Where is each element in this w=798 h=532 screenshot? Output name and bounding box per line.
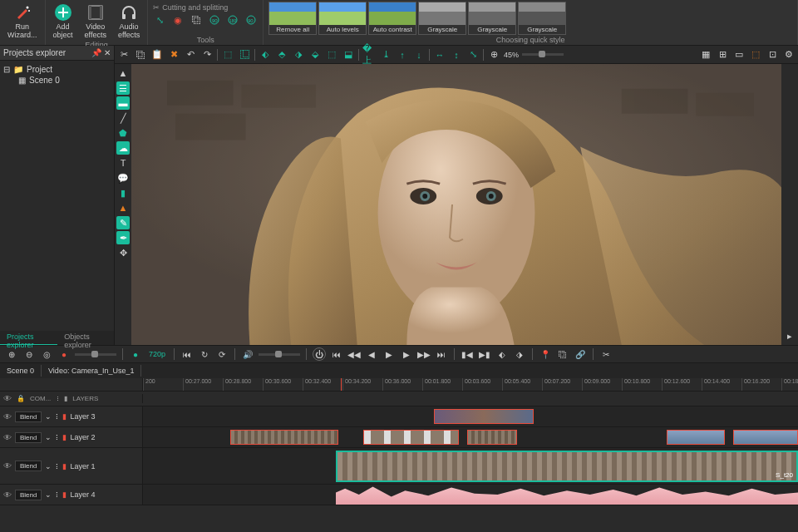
align-center-v-icon[interactable]: ⬚ [325, 48, 338, 62]
close-icon[interactable]: ✕ [104, 48, 111, 57]
track-body[interactable]: S_t20 [143, 448, 798, 484]
fit-icon[interactable]: ◎ [40, 347, 53, 361]
audio-effects-button[interactable]: Audio effects [116, 2, 142, 41]
tab-projects-explorer[interactable]: Projects explorer [0, 331, 57, 345]
arrow-down-icon[interactable]: ↓ [412, 48, 426, 62]
marker-right-icon[interactable]: ▶▮ [478, 347, 491, 361]
copy-icon[interactable]: ⿻ [134, 48, 147, 62]
step-back-icon[interactable]: ◀ [365, 347, 378, 361]
height-icon[interactable]: ↕ [450, 48, 463, 62]
style-grayscale-3[interactable]: Grayscale [518, 2, 566, 35]
screen-icon[interactable]: ▭ [732, 48, 746, 62]
brush-tool-icon[interactable]: ✎ [116, 216, 130, 229]
text-tool-icon[interactable]: T [116, 156, 130, 170]
rotate-270-icon[interactable]: 90 [244, 13, 258, 27]
crop-icon[interactable]: ⿻ [190, 13, 203, 27]
scissors-tl-icon[interactable]: ✂ [599, 347, 613, 361]
pin-icon[interactable]: 📌 [91, 48, 101, 57]
wave-icon[interactable]: ⫶ [56, 395, 59, 402]
layer-name[interactable]: Layer 3 [70, 412, 95, 421]
line-tool-icon[interactable]: ╱ [116, 111, 130, 125]
chevron-down-icon[interactable]: ⌄ [45, 490, 52, 499]
track-body[interactable] [143, 427, 798, 447]
split-right-icon[interactable]: ⬗ [513, 347, 526, 361]
style-remove-all[interactable]: Remove all [268, 2, 317, 35]
rotate-90-icon[interactable]: 90 [208, 13, 221, 27]
send-back-icon[interactable]: ⤓ [379, 48, 392, 62]
link-icon[interactable]: 🔗 [574, 347, 587, 361]
move-tool-icon[interactable]: ✥ [116, 246, 130, 259]
align-center-h-icon[interactable]: ⬘ [275, 48, 288, 62]
chart-tool-icon[interactable]: ▮ [116, 186, 130, 200]
play-icon[interactable]: ▶ [382, 347, 396, 361]
video-effects-button[interactable]: Video effects [82, 2, 109, 41]
layer-name[interactable]: Layer 1 [70, 462, 95, 470]
tab-video-camera[interactable]: Video: Camera_In_Use_1 [42, 365, 141, 377]
chevron-down-icon[interactable]: ⌄ [45, 462, 52, 470]
scroll-right[interactable]: ▸ [781, 64, 798, 345]
timeline-ruler[interactable]: 20000:27.00000:28.80000:30.60000:32.4000… [143, 378, 798, 391]
eye-icon[interactable]: 👁 [3, 412, 12, 421]
chevron-down-icon[interactable]: ⌄ [45, 433, 52, 441]
layout-icon[interactable]: ▦ [699, 48, 712, 62]
chevron-down-icon[interactable]: ⌄ [45, 412, 52, 421]
split-left-icon[interactable]: ⬖ [495, 347, 509, 361]
rect-tool-icon[interactable]: ▬ [116, 96, 130, 110]
tree-scene-0[interactable]: ▦Scene 0 [3, 75, 111, 86]
layer-name[interactable]: Layer 4 [70, 490, 95, 499]
lock-icon[interactable]: 🔒 [17, 395, 25, 402]
cut-icon[interactable]: ✂ [117, 48, 131, 62]
wave-icon[interactable]: ⫶ [55, 462, 59, 470]
shape-tool-icon[interactable]: ⬟ [116, 126, 130, 140]
step-fwd-icon[interactable]: ▶ [400, 347, 413, 361]
blend-mode[interactable]: Blend [15, 490, 42, 500]
tree-project[interactable]: ⊟📁Project [3, 64, 111, 75]
width-icon[interactable]: ↔ [433, 48, 446, 62]
preview-area[interactable] [131, 64, 781, 345]
blend-mode[interactable]: Blend [15, 432, 42, 443]
tab-scene-0[interactable]: Scene 0 [0, 365, 42, 377]
blob-tool-icon[interactable]: ☁ [116, 141, 130, 155]
pointer-icon[interactable]: ▲ [116, 66, 130, 80]
playhead[interactable] [341, 378, 342, 391]
plus-icon[interactable]: ⊕ [5, 347, 18, 361]
size-icon[interactable]: ⤡ [466, 48, 480, 62]
layer-name[interactable]: Layer 2 [70, 433, 95, 441]
user-tool-icon[interactable]: ▲ [116, 201, 130, 214]
style-auto-levels[interactable]: Auto levels [318, 2, 367, 35]
crop-tl-icon[interactable]: ⿻ [556, 347, 569, 361]
select-all-icon[interactable]: ⬚ [221, 48, 234, 62]
record-icon[interactable]: ● [57, 347, 71, 361]
skip-end-icon[interactable]: ⏭ [435, 347, 448, 361]
timeline-zoom-slider[interactable] [75, 353, 116, 356]
wave-icon[interactable]: ⫶ [55, 490, 59, 499]
rewind-icon[interactable]: ◀◀ [347, 347, 361, 361]
skip-start-icon[interactable]: ⏮ [330, 347, 343, 361]
track-body[interactable] [143, 485, 798, 505]
bounds-icon[interactable]: ⬚ [749, 48, 762, 62]
bars-icon[interactable]: ▮ [64, 395, 67, 402]
volume-slider[interactable] [259, 353, 300, 356]
wave-icon[interactable]: ⫶ [55, 412, 59, 421]
volume-icon[interactable]: 🔊 [241, 347, 254, 361]
eyedropper-icon[interactable]: ⤡ [153, 13, 166, 27]
audio-waveform[interactable] [336, 485, 798, 505]
track-body[interactable] [143, 406, 798, 426]
bucket-icon[interactable]: ◉ [171, 13, 185, 27]
delete-icon[interactable]: ✖ [167, 48, 180, 62]
align-left-icon[interactable]: ⬖ [259, 48, 272, 62]
style-auto-contrast[interactable]: Auto contrast [368, 2, 416, 35]
dot-icon[interactable]: ● [129, 347, 142, 361]
blend-mode[interactable]: Blend [15, 461, 42, 471]
blend-mode[interactable]: Blend [15, 411, 42, 422]
pen-tool-icon[interactable]: ✒ [116, 231, 130, 244]
eye-icon[interactable]: 👁 [3, 490, 12, 500]
align-right-icon[interactable]: ⬗ [292, 48, 305, 62]
eye-icon[interactable]: 👁 [3, 433, 12, 442]
minus-icon[interactable]: ⊖ [22, 347, 36, 361]
run-wizard-button[interactable]: Run Wizard... [5, 2, 40, 41]
zoom-value[interactable]: 45% [504, 51, 519, 59]
tab-objects-explorer[interactable]: Objects explorer [57, 331, 114, 345]
eye-icon[interactable]: 👁 [3, 394, 12, 403]
resolution-badge[interactable]: 720p [146, 349, 168, 359]
